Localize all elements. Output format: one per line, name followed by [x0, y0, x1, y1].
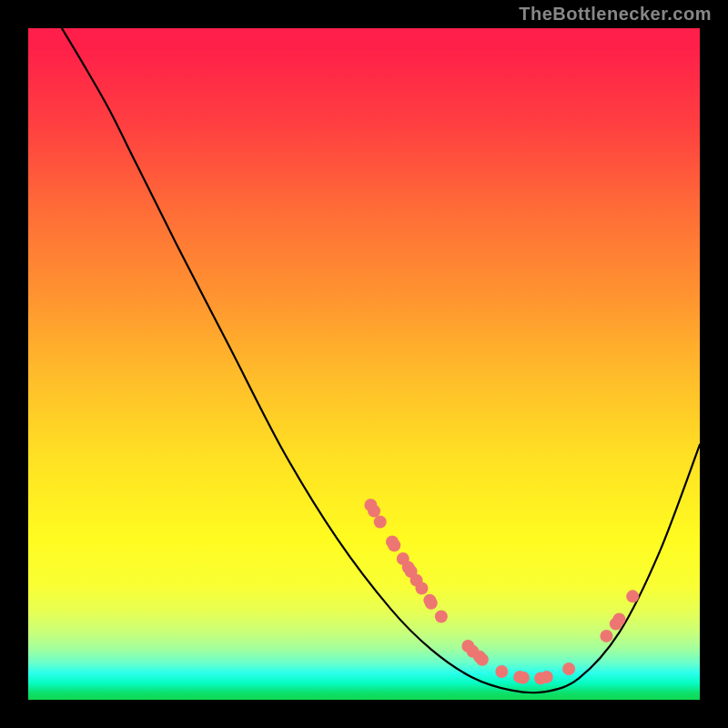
chart-marker [626, 590, 639, 602]
attribution-text: TheBottlenecker.com [519, 4, 712, 25]
chart-marker [517, 672, 530, 684]
chart-marker [425, 597, 438, 610]
chart-svg [28, 28, 700, 700]
chart-marker [600, 630, 612, 642]
chart-marker [415, 581, 428, 594]
chart-plot-area [28, 28, 700, 700]
chart-markers [364, 499, 639, 684]
chart-marker [612, 612, 625, 625]
chart-marker [476, 653, 489, 666]
chart-marker [541, 671, 553, 683]
chart-marker [388, 539, 400, 551]
chart-marker [374, 515, 387, 528]
chart-curve [62, 28, 700, 693]
chart-marker [495, 665, 508, 678]
chart-marker [368, 505, 380, 518]
chart-marker [562, 662, 575, 675]
chart-marker [435, 610, 448, 622]
